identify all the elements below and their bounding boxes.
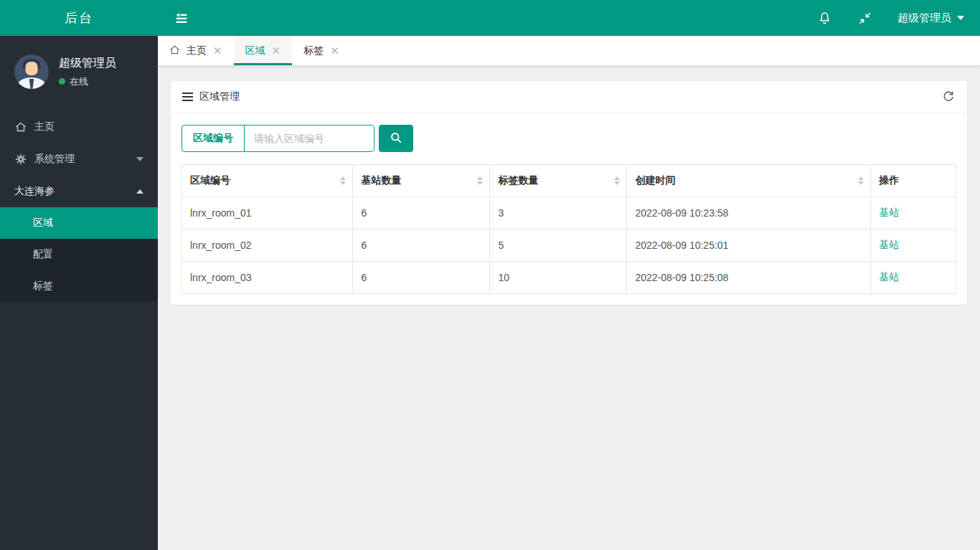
sidebar-nav: 主页 <box>0 110 158 302</box>
sidebar-item-label: 大连海参 <box>14 185 55 198</box>
cell-created-at: 2022-08-09 10:25:08 <box>627 262 871 294</box>
search-icon <box>390 131 402 146</box>
sort-icon[interactable] <box>858 176 864 185</box>
table-row: lnrx_room_03 6 10 2022-08-09 10:25:08 基站 <box>182 262 956 294</box>
sidebar-item-region[interactable]: 区域 <box>0 207 158 239</box>
cell-tag-count: 3 <box>490 197 627 229</box>
user-block: 超级管理员 在线 <box>0 36 158 110</box>
panel-header: 区域管理 <box>171 81 967 113</box>
sidebar-item-label: 主页 <box>34 120 55 133</box>
tab-label: 标签 <box>303 44 324 57</box>
sidebar-item-label: 系统管理 <box>34 153 75 166</box>
home-icon <box>14 121 27 133</box>
tab-label: 区域 <box>245 44 265 57</box>
column-header-created-at[interactable]: 创建时间 <box>627 165 871 197</box>
chevron-up-icon <box>136 189 143 194</box>
app-logo: 后台 <box>0 0 158 36</box>
gear-icon <box>14 153 27 165</box>
submenu-item-label: 标签 <box>33 280 53 293</box>
search-row: 区域编号 <box>182 125 956 152</box>
region-management-panel: 区域管理 区域编号 <box>171 81 967 305</box>
exit-fullscreen-icon[interactable] <box>858 11 872 25</box>
sidebar-item-dalian-haishen[interactable]: 大连海参 <box>0 175 158 207</box>
table-row: lnrx_room_01 6 3 2022-08-09 10:23:58 基站 <box>182 197 956 229</box>
cell-created-at: 2022-08-09 10:25:01 <box>627 229 871 262</box>
region-id-search-input[interactable] <box>245 125 374 151</box>
search-input-group: 区域编号 <box>182 125 374 152</box>
cell-region-id: lnrx_room_03 <box>182 262 353 294</box>
avatar <box>14 54 49 89</box>
sidebar-item-tag[interactable]: 标签 <box>0 270 158 302</box>
tab-bar: 主页 ✕ 区域 ✕ 标签 ✕ <box>158 36 980 65</box>
main-area: 超级管理员 主页 ✕ 区域 ✕ 标签 ✕ <box>158 0 980 550</box>
search-field-label: 区域编号 <box>182 125 245 151</box>
sort-icon[interactable] <box>340 176 346 185</box>
base-station-link[interactable]: 基站 <box>879 239 899 250</box>
user-status-label: 在线 <box>70 75 88 88</box>
app-window: 后台 超级管理员 在线 主页 <box>0 0 980 550</box>
online-dot-icon <box>59 78 65 85</box>
tab-home[interactable]: 主页 ✕ <box>158 36 234 65</box>
column-header-tag-count[interactable]: 标签数量 <box>490 165 627 197</box>
sidebar-item-config[interactable]: 配置 <box>0 239 158 270</box>
content-area: 区域管理 区域编号 <box>158 65 980 550</box>
list-icon <box>182 93 193 101</box>
submenu-item-label: 配置 <box>33 248 53 261</box>
user-status: 在线 <box>59 75 116 88</box>
user-dropdown-label: 超级管理员 <box>897 11 951 25</box>
chevron-down-icon <box>957 16 964 20</box>
cell-tag-count: 5 <box>490 229 627 262</box>
region-table: 区域编号 基站数量 标签数量 <box>182 164 956 294</box>
user-name: 超级管理员 <box>59 56 116 71</box>
topbar: 超级管理员 <box>158 0 980 36</box>
base-station-link[interactable]: 基站 <box>879 207 899 218</box>
search-button[interactable] <box>379 125 413 152</box>
column-header-station-count[interactable]: 基站数量 <box>353 165 490 197</box>
cell-created-at: 2022-08-09 10:23:58 <box>627 197 871 229</box>
base-station-link[interactable]: 基站 <box>879 271 899 283</box>
tab-label: 主页 <box>187 44 207 57</box>
close-icon[interactable]: ✕ <box>213 45 222 56</box>
sidebar-item-home[interactable]: 主页 <box>0 110 158 143</box>
cell-tag-count: 10 <box>490 262 627 294</box>
table-row: lnrx_room_02 6 5 2022-08-09 10:25:01 基站 <box>182 229 956 262</box>
column-header-region-id[interactable]: 区域编号 <box>182 165 353 197</box>
cell-region-id: lnrx_room_01 <box>182 197 353 229</box>
panel-title: 区域管理 <box>199 90 240 103</box>
tab-tag[interactable]: 标签 ✕ <box>292 36 351 65</box>
cell-station-count: 6 <box>353 229 490 262</box>
user-dropdown[interactable]: 超级管理员 <box>897 11 964 25</box>
submenu-item-label: 区域 <box>33 217 53 229</box>
cell-station-count: 6 <box>353 262 490 294</box>
cell-region-id: lnrx_room_02 <box>182 229 353 262</box>
column-header-actions: 操作 <box>871 165 956 197</box>
collapse-menu-icon[interactable] <box>174 10 189 26</box>
close-icon[interactable]: ✕ <box>272 45 281 56</box>
close-icon[interactable]: ✕ <box>330 45 339 56</box>
sidebar-submenu: 区域 配置 标签 <box>0 207 158 302</box>
tab-region[interactable]: 区域 ✕ <box>234 36 293 65</box>
chevron-down-icon <box>136 157 143 161</box>
home-icon <box>169 44 180 57</box>
sort-icon[interactable] <box>477 176 483 185</box>
table-header-row: 区域编号 基站数量 标签数量 <box>182 165 956 197</box>
sort-icon[interactable] <box>614 176 620 185</box>
sidebar-item-system-admin[interactable]: 系统管理 <box>0 143 158 175</box>
cell-station-count: 6 <box>353 197 490 229</box>
sidebar: 后台 超级管理员 在线 主页 <box>0 0 158 550</box>
refresh-icon[interactable] <box>941 90 956 104</box>
panel-body: 区域编号 <box>171 113 967 305</box>
bell-icon[interactable] <box>817 11 832 26</box>
